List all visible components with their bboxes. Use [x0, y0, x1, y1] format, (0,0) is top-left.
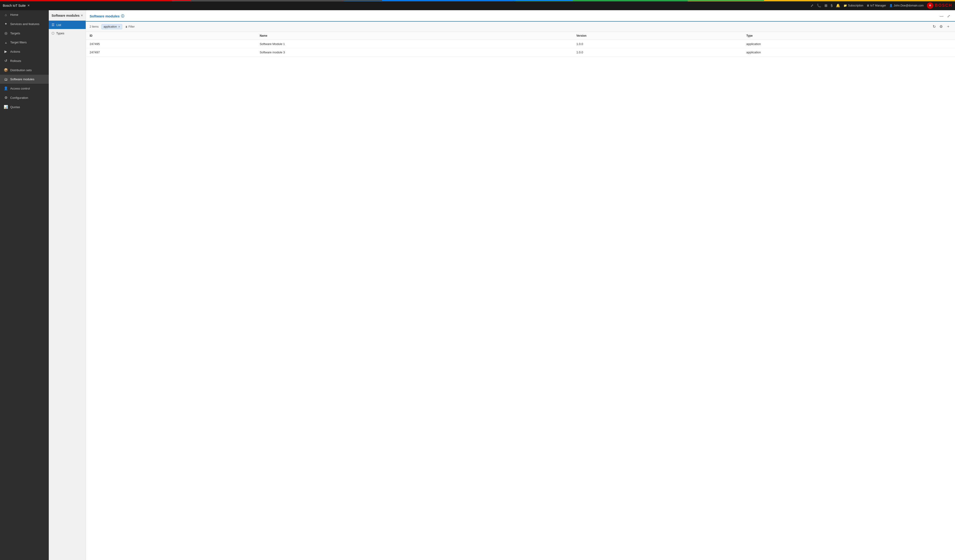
software-icon: 🗂 — [4, 77, 8, 81]
secondary-close-button[interactable]: × — [81, 14, 83, 18]
filter-tag: application × — [102, 24, 122, 29]
secondary-nav-types[interactable]: ⬡ Types — [49, 29, 86, 37]
close-app-button[interactable]: × — [28, 3, 30, 8]
secondary-nav-list[interactable]: ☰ List — [49, 21, 86, 29]
filter-label: Filter — [128, 25, 135, 28]
iot-manager-link[interactable]: 🖥 IoT Manager — [867, 4, 886, 7]
home-icon: ⌂ — [4, 13, 8, 17]
sidebar-label-rollouts: Rollouts — [10, 59, 21, 62]
subscription-folder-icon: 📁 — [844, 4, 847, 7]
sidebar-item-actions[interactable]: ▶ Actions — [0, 47, 49, 56]
filter-tag-remove-button[interactable]: × — [118, 25, 120, 28]
top-bar-right: ⤢ 📞 ⊞ § 🔔 📁 Subscription 🖥 IoT Manager 👤… — [811, 2, 952, 9]
layout-icon[interactable]: ⊞ — [825, 3, 828, 8]
bell-icon[interactable]: 🔔 — [836, 3, 840, 8]
sidebar-item-quotas[interactable]: 📊 Quotas — [0, 102, 49, 112]
main-title-text: Software modules — [90, 14, 120, 18]
cell-type: application — [743, 40, 955, 48]
sidebar-label-targets: Targets — [10, 31, 20, 35]
top-bar-left: Bosch IoT Suite × — [3, 3, 30, 8]
cell-name: Software Module 1 — [256, 40, 573, 48]
settings-button[interactable]: ⚙ — [938, 23, 944, 30]
refresh-button[interactable]: ↻ — [932, 23, 937, 30]
iot-manager-icon: 🖥 — [867, 4, 869, 7]
top-bar: Bosch IoT Suite × ⤢ 📞 ⊞ § 🔔 📁 Subscripti… — [0, 0, 955, 10]
distribution-icon: 📦 — [4, 68, 8, 72]
info-icon[interactable]: ⓘ — [121, 14, 124, 18]
cell-name: Software module 3 — [256, 48, 573, 56]
app-title: Bosch IoT Suite — [3, 4, 26, 8]
sidebar-label-actions: Actions — [10, 50, 20, 53]
secondary-header: Software modules × — [49, 10, 86, 21]
cell-version: 1.0.0 — [573, 48, 743, 56]
list-nav-icon: ☰ — [52, 23, 55, 27]
main-title-area: Software modules ⓘ — [90, 14, 124, 21]
user-link[interactable]: 👤 John.Doe@domain.com — [889, 4, 924, 7]
sidebar-item-rollouts[interactable]: ↺ Rollouts — [0, 56, 49, 66]
filter-button[interactable]: ⧗ Filter — [124, 24, 136, 29]
app-body: ⌂ Home ✦ Services and features ◎ Targets… — [0, 10, 955, 560]
types-nav-label: Types — [56, 31, 64, 35]
items-count: 2 items — [90, 25, 99, 28]
cell-id: 247497 — [86, 48, 256, 56]
rollouts-icon: ↺ — [4, 59, 8, 63]
table-container: ID Name Version Type 247495Software Modu… — [86, 32, 955, 560]
expand-button[interactable]: ⤢ — [946, 14, 951, 19]
toolbar: 2 items application × ⧗ Filter ↻ ⚙ ＋ — [86, 22, 955, 32]
sidebar-item-home[interactable]: ⌂ Home — [0, 10, 49, 19]
configuration-icon: ⚙ — [4, 95, 8, 100]
cell-id: 247495 — [86, 40, 256, 48]
col-header-type: Type — [743, 32, 955, 40]
dollar-icon[interactable]: § — [831, 3, 833, 8]
filter-icon: ⧗ — [125, 25, 127, 28]
user-icon: 👤 — [889, 4, 893, 7]
main-content: Software modules ⓘ — ⤢ 2 items applicati… — [86, 10, 955, 560]
filter-tag-value: application — [103, 25, 117, 28]
table-row[interactable]: 247495Software Module 11.0.0application — [86, 40, 955, 48]
list-nav-label: List — [56, 23, 61, 27]
sidebar-item-software[interactable]: 🗂 Software modules — [0, 75, 49, 84]
bosch-brand-text: BOSCH — [935, 3, 952, 8]
main-header: Software modules ⓘ — ⤢ — [86, 10, 955, 22]
types-nav-icon: ⬡ — [52, 31, 54, 35]
sidebar-item-targets[interactable]: ◎ Targets — [0, 28, 49, 38]
sidebar-item-distribution[interactable]: 📦 Distribution sets — [0, 66, 49, 75]
table-row[interactable]: 247497Software module 31.0.0application — [86, 48, 955, 56]
cell-type: application — [743, 48, 955, 56]
cell-version: 1.0.0 — [573, 40, 743, 48]
software-modules-table: ID Name Version Type 247495Software Modu… — [86, 32, 955, 56]
sidebar-label-target-filters: Target filters — [10, 41, 27, 44]
sidebar-item-access[interactable]: 👤 Access control — [0, 84, 49, 93]
quotas-icon: 📊 — [4, 105, 8, 109]
col-header-version: Version — [573, 32, 743, 40]
toolbar-right: ↻ ⚙ ＋ — [932, 23, 951, 30]
sidebar-item-target-filters[interactable]: ⟁ Target filters — [0, 38, 49, 47]
col-header-id: ID — [86, 32, 256, 40]
sidebar-label-distribution: Distribution sets — [10, 69, 31, 72]
sidebar-label-access: Access control — [10, 87, 30, 90]
table-header-row: ID Name Version Type — [86, 32, 955, 40]
sidebar-label-services: Services and features — [10, 22, 39, 26]
main-header-actions: — ⤢ — [938, 14, 951, 21]
actions-icon: ▶ — [4, 49, 8, 54]
subscription-link[interactable]: 📁 Subscription — [844, 4, 863, 7]
bosch-logo: ⚙ BOSCH — [927, 2, 952, 9]
col-header-name: Name — [256, 32, 573, 40]
minimize-button[interactable]: — — [938, 14, 944, 19]
sidebar-label-home: Home — [10, 13, 18, 17]
bosch-circle-icon: ⚙ — [927, 2, 933, 9]
share-icon[interactable]: ⤢ — [811, 3, 814, 8]
sidebar: ⌂ Home ✦ Services and features ◎ Targets… — [0, 10, 49, 560]
sidebar-label-configuration: Configuration — [10, 96, 28, 100]
targets-icon: ◎ — [4, 31, 8, 35]
phone-icon[interactable]: 📞 — [817, 3, 821, 8]
sidebar-item-configuration[interactable]: ⚙ Configuration — [0, 93, 49, 102]
sidebar-label-quotas: Quotas — [10, 105, 20, 109]
add-button[interactable]: ＋ — [945, 23, 951, 30]
access-icon: 👤 — [4, 86, 8, 90]
secondary-panel-title: Software modules — [52, 14, 80, 18]
sidebar-label-software: Software modules — [10, 78, 34, 81]
sidebar-item-services[interactable]: ✦ Services and features — [0, 19, 49, 28]
services-icon: ✦ — [4, 22, 8, 26]
target-filters-icon: ⟁ — [4, 41, 8, 44]
